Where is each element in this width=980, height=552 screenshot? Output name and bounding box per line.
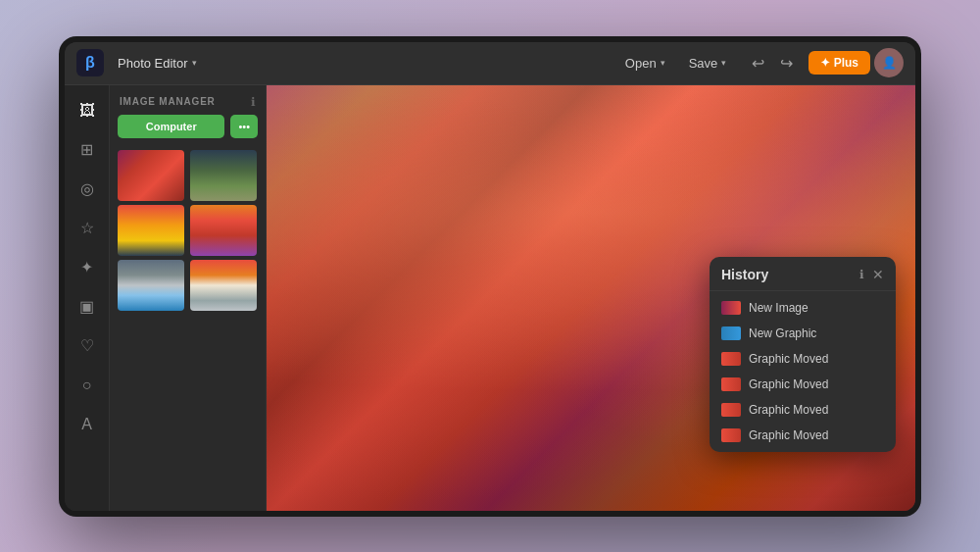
- computer-button[interactable]: Computer: [118, 115, 224, 138]
- icon-sidebar: 🖼 ⊞ ◎ ☆ ✦ ▣ ♡ ○ A: [65, 85, 110, 511]
- logo-button[interactable]: β: [76, 49, 104, 76]
- undo-button[interactable]: ↩: [748, 50, 768, 76]
- more-options-button[interactable]: •••: [230, 115, 258, 138]
- sidebar-icon-text[interactable]: A: [70, 407, 105, 442]
- sidebar-icon-heart[interactable]: ♡: [70, 328, 105, 364]
- open-chevron: ▾: [661, 58, 665, 68]
- history-title: History: [721, 267, 859, 282]
- history-item-label-3: Graphic Moved: [749, 377, 828, 391]
- history-close-button[interactable]: ✕: [872, 268, 884, 281]
- thumb-3[interactable]: [118, 205, 184, 256]
- thumb-4[interactable]: [190, 205, 257, 256]
- undo-redo-group: ↩ ↪: [748, 50, 797, 76]
- sidebar-icon-adjust[interactable]: ⊞: [70, 132, 105, 168]
- history-item-label-4: Graphic Moved: [749, 403, 828, 417]
- save-chevron: ▾: [721, 58, 726, 68]
- panel-actions: Computer •••: [110, 115, 266, 146]
- history-item-label-0: New Image: [749, 301, 808, 315]
- sidebar-icon-shape[interactable]: ○: [70, 368, 105, 403]
- device-screen: β Photo Editor ▾ Open ▾ Save ▾ ↩ ↪: [65, 42, 915, 511]
- history-item-new-image[interactable]: New Image: [710, 295, 896, 321]
- history-item-moved-0[interactable]: Graphic Moved: [710, 346, 896, 372]
- history-item-moved-1[interactable]: Graphic Moved: [710, 372, 896, 397]
- save-button[interactable]: Save ▾: [679, 51, 737, 75]
- panel-title: IMAGE MANAGER: [120, 96, 216, 107]
- app-title-chevron: ▾: [192, 58, 197, 68]
- history-item-new-graphic[interactable]: New Graphic: [710, 321, 896, 346]
- thumb-1[interactable]: [118, 150, 184, 201]
- history-item-label-2: Graphic Moved: [749, 352, 828, 366]
- app-title-dropdown[interactable]: Photo Editor ▾: [112, 52, 203, 75]
- open-label: Open: [625, 56, 657, 71]
- history-item-moved-3[interactable]: Graphic Moved: [710, 423, 896, 448]
- history-info-icon[interactable]: ℹ: [859, 268, 864, 281]
- sidebar-icon-effects[interactable]: ✦: [70, 250, 105, 285]
- open-button[interactable]: Open ▾: [615, 51, 675, 75]
- avatar-initial: 👤: [882, 56, 897, 70]
- history-item-label-5: Graphic Moved: [749, 428, 828, 442]
- thumb-6[interactable]: [190, 260, 257, 311]
- history-panel: History ℹ ✕ New Image New Graphic: [710, 257, 896, 452]
- sidebar-icon-frame[interactable]: ▣: [70, 289, 105, 325]
- canvas-area[interactable]: History ℹ ✕ New Image New Graphic: [267, 85, 915, 511]
- app-title-label: Photo Editor: [118, 56, 188, 71]
- avatar-button[interactable]: 👤: [874, 48, 904, 77]
- redo-button[interactable]: ↪: [776, 50, 797, 76]
- main-content: 🖼 ⊞ ◎ ☆ ✦ ▣ ♡ ○ A IMAGE MANAGER ℹ Comput…: [65, 85, 915, 511]
- history-item-icon-moved-1: [721, 377, 741, 391]
- sidebar-icon-star[interactable]: ☆: [70, 211, 105, 246]
- history-item-icon-moved-3: [721, 428, 741, 442]
- history-item-icon-moved-2: [721, 403, 741, 417]
- topbar: β Photo Editor ▾ Open ▾ Save ▾ ↩ ↪: [65, 42, 915, 85]
- history-item-label-1: New Graphic: [749, 326, 816, 340]
- thumb-2[interactable]: [190, 150, 257, 201]
- logo-icon: β: [85, 54, 95, 72]
- image-manager-panel: IMAGE MANAGER ℹ Computer •••: [110, 85, 267, 511]
- device-frame: β Photo Editor ▾ Open ▾ Save ▾ ↩ ↪: [59, 36, 921, 517]
- history-header: History ℹ ✕: [710, 257, 896, 291]
- history-item-moved-2[interactable]: Graphic Moved: [710, 397, 896, 423]
- image-grid: [110, 146, 266, 315]
- history-item-icon-new-image: [721, 301, 741, 315]
- topbar-actions: Open ▾ Save ▾ ↩ ↪ ✦ Plus 👤: [615, 48, 904, 77]
- panel-header: IMAGE MANAGER ℹ: [110, 85, 266, 115]
- history-item-icon-new-graphic: [721, 326, 741, 340]
- history-item-icon-moved-0: [721, 352, 741, 366]
- panel-info-icon[interactable]: ℹ: [251, 95, 256, 109]
- plus-button[interactable]: ✦ Plus: [808, 51, 870, 75]
- sidebar-icon-image[interactable]: 🖼: [70, 93, 105, 128]
- thumb-5[interactable]: [118, 260, 184, 311]
- history-list: New Image New Graphic Graphic Moved: [710, 291, 896, 452]
- sidebar-icon-view[interactable]: ◎: [70, 172, 105, 207]
- save-label: Save: [689, 56, 718, 71]
- plus-label: ✦ Plus: [820, 56, 858, 70]
